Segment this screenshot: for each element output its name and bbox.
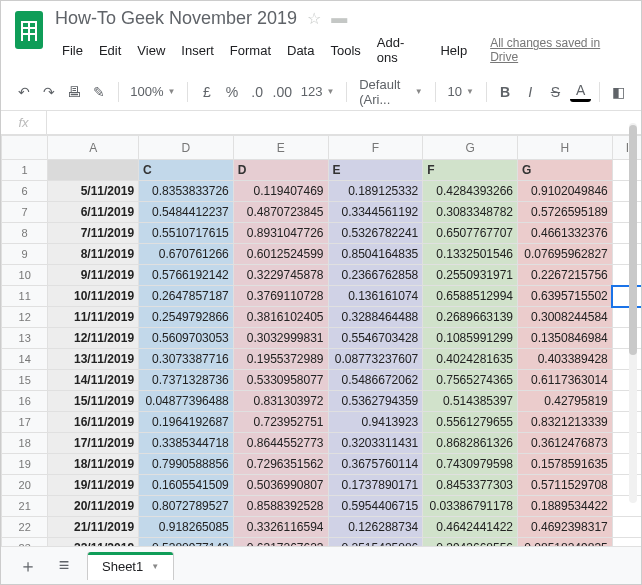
- spreadsheet-grid[interactable]: A D E F G H I 1CDEFG65/11/20190.83538337…: [1, 135, 641, 553]
- cell[interactable]: 0.8072789527: [139, 496, 234, 517]
- cell[interactable]: 0.5711529708: [518, 475, 613, 496]
- cell[interactable]: 0.8588392528: [233, 496, 328, 517]
- cell[interactable]: 14/11/2019: [48, 370, 139, 391]
- star-icon[interactable]: ☆: [307, 9, 321, 28]
- vertical-scrollbar[interactable]: [629, 123, 637, 503]
- cell[interactable]: 0.5484412237: [139, 202, 234, 223]
- cell[interactable]: 0.831303972: [233, 391, 328, 412]
- cell[interactable]: 0.2549792866: [139, 307, 234, 328]
- cell[interactable]: 0.1737890171: [328, 475, 423, 496]
- doc-title[interactable]: How-To Geek November 2019: [55, 8, 297, 29]
- cell[interactable]: 0.5954406715: [328, 496, 423, 517]
- cell[interactable]: 0.3344561192: [328, 202, 423, 223]
- cell[interactable]: 0.7430979598: [423, 454, 518, 475]
- cell[interactable]: 16/11/2019: [48, 412, 139, 433]
- cell[interactable]: 0.7371328736: [139, 370, 234, 391]
- rowhead[interactable]: 6: [2, 181, 48, 202]
- cell[interactable]: 0.403389428: [518, 349, 613, 370]
- cell[interactable]: [48, 160, 139, 181]
- cell[interactable]: 0.136161074: [328, 286, 423, 307]
- cell[interactable]: 0.4870723845: [233, 202, 328, 223]
- rowhead[interactable]: 7: [2, 202, 48, 223]
- sheet-tab-menu-icon[interactable]: ▼: [151, 562, 159, 571]
- cell[interactable]: E: [328, 160, 423, 181]
- cell[interactable]: 17/11/2019: [48, 433, 139, 454]
- cell[interactable]: 9/11/2019: [48, 265, 139, 286]
- menu-edit[interactable]: Edit: [92, 41, 128, 60]
- rowhead[interactable]: 17: [2, 412, 48, 433]
- cell[interactable]: 0.723952751: [233, 412, 328, 433]
- rowhead[interactable]: 8: [2, 223, 48, 244]
- paint-format-icon[interactable]: ✎: [88, 79, 109, 105]
- cell[interactable]: 0.4024281635: [423, 349, 518, 370]
- cell[interactable]: 0.2550931971: [423, 265, 518, 286]
- cell[interactable]: 0.3816102405: [233, 307, 328, 328]
- currency-pound-icon[interactable]: £: [196, 79, 217, 105]
- sheet-tab[interactable]: Sheet1 ▼: [87, 552, 174, 580]
- cell[interactable]: 0.3203311431: [328, 433, 423, 454]
- cell[interactable]: 0.5510717615: [139, 223, 234, 244]
- menu-view[interactable]: View: [130, 41, 172, 60]
- cell[interactable]: 0.5546703428: [328, 328, 423, 349]
- cell[interactable]: 0.8682861326: [423, 433, 518, 454]
- cell[interactable]: 0.08773237607: [328, 349, 423, 370]
- cell[interactable]: 0.2366762858: [328, 265, 423, 286]
- cell[interactable]: 0.5726595189: [518, 202, 613, 223]
- rowhead[interactable]: 9: [2, 244, 48, 265]
- cell[interactable]: 20/11/2019: [48, 496, 139, 517]
- cell[interactable]: 0.4642441422: [423, 517, 518, 538]
- colhead-G[interactable]: G: [423, 136, 518, 160]
- save-status[interactable]: All changes saved in Drive: [490, 36, 629, 64]
- cell[interactable]: 0.3229745878: [233, 265, 328, 286]
- cell[interactable]: 0.5486672062: [328, 370, 423, 391]
- cell[interactable]: 0.5609703053: [139, 328, 234, 349]
- cell[interactable]: 0.42795819: [518, 391, 613, 412]
- cell[interactable]: 0.1605541509: [139, 475, 234, 496]
- colhead-E[interactable]: E: [233, 136, 328, 160]
- cell[interactable]: 0.5766192142: [139, 265, 234, 286]
- cell[interactable]: 0.119407469: [233, 181, 328, 202]
- cell[interactable]: 18/11/2019: [48, 454, 139, 475]
- cell[interactable]: 0.1578591635: [518, 454, 613, 475]
- text-color-icon[interactable]: A: [570, 82, 591, 102]
- cell[interactable]: 0.3326116594: [233, 517, 328, 538]
- font-select[interactable]: Default (Ari...▼: [355, 77, 426, 107]
- decrease-decimal-icon[interactable]: .0: [247, 79, 268, 105]
- cell[interactable]: 0.04877396488: [139, 391, 234, 412]
- cell[interactable]: 0.6507767707: [423, 223, 518, 244]
- cell[interactable]: 15/11/2019: [48, 391, 139, 412]
- sheets-logo[interactable]: [13, 9, 45, 51]
- more-formats[interactable]: 123▼: [297, 84, 339, 99]
- cell[interactable]: 0.189125332: [328, 181, 423, 202]
- colhead-D[interactable]: D: [139, 136, 234, 160]
- cell[interactable]: 0.8931047726: [233, 223, 328, 244]
- cell[interactable]: 0.5330958077: [233, 370, 328, 391]
- undo-icon[interactable]: ↶: [13, 79, 34, 105]
- cell[interactable]: 0.3288464488: [328, 307, 423, 328]
- rowhead[interactable]: 13: [2, 328, 48, 349]
- cell[interactable]: 0.3385344718: [139, 433, 234, 454]
- cell[interactable]: 5/11/2019: [48, 181, 139, 202]
- colhead-F[interactable]: F: [328, 136, 423, 160]
- cell[interactable]: 0.2267215756: [518, 265, 613, 286]
- cell[interactable]: 0.8644552773: [233, 433, 328, 454]
- cell[interactable]: D: [233, 160, 328, 181]
- cell[interactable]: 0.8353833726: [139, 181, 234, 202]
- cell[interactable]: 0.7565274365: [423, 370, 518, 391]
- cell[interactable]: G: [518, 160, 613, 181]
- cell[interactable]: 0.07695962827: [518, 244, 613, 265]
- folder-icon[interactable]: ▬: [331, 9, 347, 27]
- print-icon[interactable]: 🖶: [63, 79, 84, 105]
- menu-addons[interactable]: Add-ons: [370, 33, 432, 67]
- rowhead[interactable]: 15: [2, 370, 48, 391]
- menu-tools[interactable]: Tools: [323, 41, 367, 60]
- rowhead[interactable]: 14: [2, 349, 48, 370]
- cell[interactable]: 0.9413923: [328, 412, 423, 433]
- bold-icon[interactable]: B: [495, 79, 516, 105]
- cell[interactable]: 0.3083348782: [423, 202, 518, 223]
- cell[interactable]: 0.6117363014: [518, 370, 613, 391]
- rowhead[interactable]: 1: [2, 160, 48, 181]
- cell[interactable]: 0.4692398317: [518, 517, 613, 538]
- cell[interactable]: 0.5036990807: [233, 475, 328, 496]
- menu-file[interactable]: File: [55, 41, 90, 60]
